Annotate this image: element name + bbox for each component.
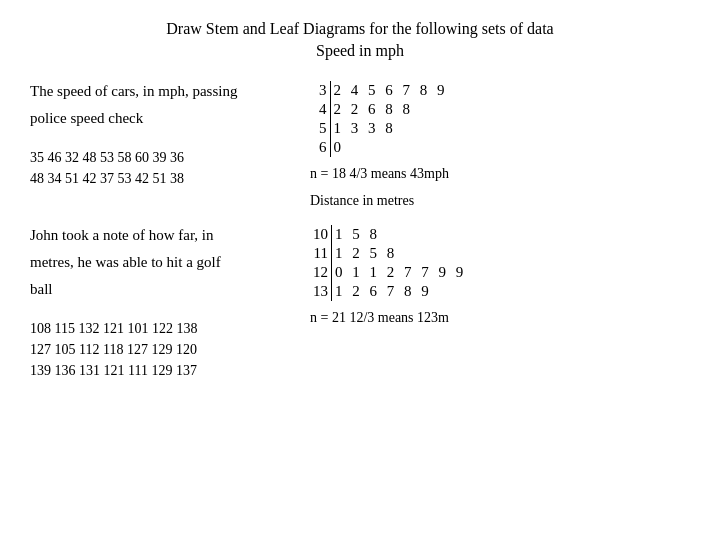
leaves-5: 1 3 3 8	[330, 119, 451, 138]
distance-stem-leaf-table: 10 1 5 8 11 1 2 5 8 12 0 1 1 2 7 7 9 9 1…	[310, 225, 469, 301]
stem-leaf-row-5: 5 1 3 3 8	[310, 119, 451, 138]
leaves-10: 1 5 8	[332, 225, 470, 244]
speed-note-line1: n = 18 4/3 means 43mph	[310, 163, 690, 184]
speed-desc-line2: police speed check	[30, 108, 290, 129]
leaves-13: 1 2 6 7 8 9	[332, 282, 470, 301]
leaves-4: 2 2 6 8 8	[330, 100, 451, 119]
distance-desc-line3: ball	[30, 279, 290, 300]
distance-note-line1: n = 21 12/3 means 123m	[310, 307, 690, 328]
leaves-3: 2 4 5 6 7 8 9	[330, 81, 451, 100]
stem-13: 13	[310, 282, 332, 301]
distance-data-line1: 108 115 132 121 101 122 138	[30, 318, 290, 339]
stem-10: 10	[310, 225, 332, 244]
stem-12: 12	[310, 263, 332, 282]
section-distance-left: John took a note of how far, in metres, …	[30, 225, 290, 381]
stem-leaf-row-13: 13 1 2 6 7 8 9	[310, 282, 469, 301]
stem-leaf-row-4: 4 2 2 6 8 8	[310, 100, 451, 119]
section-distance: John took a note of how far, in metres, …	[30, 225, 690, 381]
stem-leaf-row-11: 11 1 2 5 8	[310, 244, 469, 263]
section-speed: The speed of cars, in mph, passing polic…	[30, 81, 690, 211]
section-speed-left: The speed of cars, in mph, passing polic…	[30, 81, 290, 211]
stem-3: 3	[310, 81, 330, 100]
distance-desc-line1: John took a note of how far, in	[30, 225, 290, 246]
speed-data-line2: 48 34 51 42 37 53 42 51 38	[30, 168, 290, 189]
speed-note-line2: Distance in metres	[310, 190, 690, 211]
distance-desc-line2: metres, he was able to hit a golf	[30, 252, 290, 273]
speed-stem-leaf-table: 3 2 4 5 6 7 8 9 4 2 2 6 8 8 5 1 3 3 8 6 …	[310, 81, 451, 157]
page-title: Draw Stem and Leaf Diagrams for the foll…	[30, 18, 690, 63]
stem-leaf-row-3: 3 2 4 5 6 7 8 9	[310, 81, 451, 100]
leaves-11: 1 2 5 8	[332, 244, 470, 263]
stem-leaf-row-6: 6 0	[310, 138, 451, 157]
section-distance-right: 10 1 5 8 11 1 2 5 8 12 0 1 1 2 7 7 9 9 1…	[310, 225, 690, 381]
stem-5: 5	[310, 119, 330, 138]
stem-4: 4	[310, 100, 330, 119]
distance-data-line3: 139 136 131 121 111 129 137	[30, 360, 290, 381]
leaves-6: 0	[330, 138, 451, 157]
leaves-12: 0 1 1 2 7 7 9 9	[332, 263, 470, 282]
stem-11: 11	[310, 244, 332, 263]
distance-data-line2: 127 105 112 118 127 129 120	[30, 339, 290, 360]
speed-desc-line1: The speed of cars, in mph, passing	[30, 81, 290, 102]
stem-leaf-row-10: 10 1 5 8	[310, 225, 469, 244]
stem-6: 6	[310, 138, 330, 157]
section-speed-right: 3 2 4 5 6 7 8 9 4 2 2 6 8 8 5 1 3 3 8 6 …	[310, 81, 690, 211]
speed-data-line1: 35 46 32 48 53 58 60 39 36	[30, 147, 290, 168]
stem-leaf-row-12: 12 0 1 1 2 7 7 9 9	[310, 263, 469, 282]
